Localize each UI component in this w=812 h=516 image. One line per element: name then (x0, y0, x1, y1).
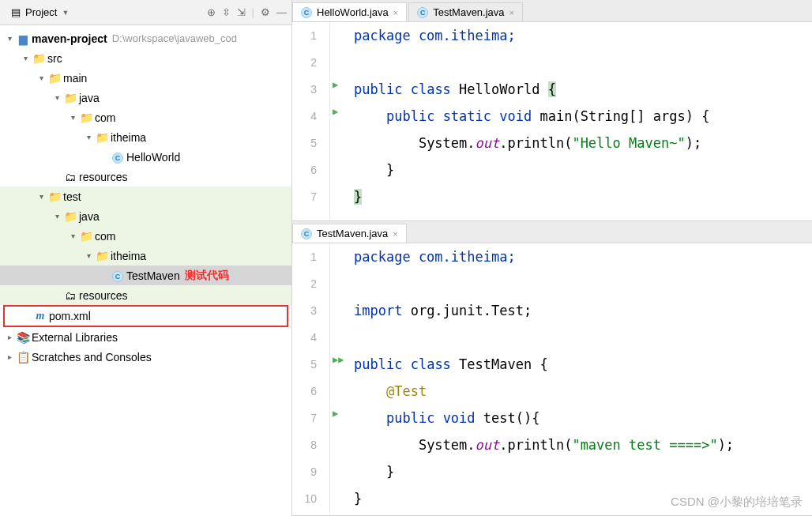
tree-root[interactable]: ▾ ▆ maven-project D:\workspace\javaweb_c… (0, 28, 291, 48)
kw: public (386, 410, 434, 426)
tree-itheima-main[interactable]: ▾ 📁 itheima (0, 127, 291, 147)
kw: static (443, 108, 491, 124)
field: out (476, 437, 500, 453)
close-icon[interactable]: × (393, 8, 398, 17)
class-icon: C (417, 7, 428, 18)
annotation: @Test (386, 383, 427, 399)
tree-com-main[interactable]: ▾ 📁 com (0, 107, 291, 127)
tab-helloworld[interactable]: C HelloWorld.java × (292, 2, 407, 21)
kw: class (411, 81, 451, 97)
library-icon: 📚 (16, 331, 30, 344)
gear-icon[interactable]: ⚙ (261, 6, 270, 18)
tree-scratches[interactable]: ▸ 📋 Scratches and Consoles (0, 347, 291, 367)
tree-pom[interactable]: m pom.xml (5, 307, 287, 326)
txt: .println( (499, 135, 572, 151)
code-line: package com.itheima; (354, 28, 516, 43)
brace: } (386, 464, 394, 480)
editor-area: C HelloWorld.java × C TestMaven.java × 1… (292, 0, 812, 516)
root-path: D:\workspace\javaweb_cod (107, 32, 237, 44)
folder-icon: 📁 (47, 72, 62, 85)
code-body[interactable]: package com.itheima; public class HelloW… (344, 22, 812, 220)
run-icon[interactable]: ▶▶ (333, 354, 344, 365)
kw: public (386, 108, 434, 124)
tab-label: TestMaven.java (317, 228, 388, 239)
txt: org.junit.Test; (411, 303, 532, 318)
string: "maven test ====>" (572, 437, 717, 453)
tree-label: itheima (109, 250, 146, 262)
code-editor-top[interactable]: 1234567 ▶ ▶ package com.itheima; public … (292, 22, 812, 220)
chevron-down-icon[interactable]: ▾ (3, 34, 16, 43)
tree-label: pom.xml (47, 310, 91, 322)
kw: public (354, 356, 402, 372)
kw: class (411, 356, 451, 372)
chevron-right-icon[interactable]: ▸ (3, 352, 16, 361)
ide-window: ▤ Project ▼ ⊕ ⇳ ⇲ | ⚙ — ▾ ▆ maven-projec… (0, 0, 812, 516)
tree-java-main[interactable]: ▾ 📁 java (0, 88, 291, 107)
tree-main[interactable]: ▾ 📁 main (0, 68, 291, 88)
package-icon: 📁 (79, 111, 93, 124)
dropdown-icon: ▼ (62, 9, 69, 17)
tree-external-libs[interactable]: ▸ 📚 External Libraries (0, 327, 291, 347)
run-icon[interactable]: ▶ (333, 106, 338, 117)
kw: import (354, 303, 411, 318)
hide-icon[interactable]: — (276, 6, 287, 18)
tree-label: com (93, 111, 115, 124)
tab-testmaven-bottom[interactable]: C TestMaven.java × (292, 224, 407, 243)
annotation-label: 测试代码 (180, 269, 229, 283)
code-editor-bottom[interactable]: 12345678910 ▶▶ ▶ package com.itheima; im… (292, 243, 812, 515)
folder-icon: 📁 (32, 52, 46, 65)
cls: TestMaven { (459, 356, 548, 372)
chevron-down-icon[interactable]: ▾ (35, 192, 47, 201)
tree-label: itheima (109, 131, 146, 144)
close-icon[interactable]: × (393, 229, 397, 239)
sidebar-header: ▤ Project ▼ ⊕ ⇳ ⇲ | ⚙ — (0, 0, 291, 25)
collapse-icon[interactable]: ⇳ (222, 6, 231, 18)
txt: .println( (499, 437, 572, 453)
gutter-icons: ▶▶ ▶ (330, 243, 344, 515)
watermark: CSDN @小黎的培培笔录 (671, 495, 803, 510)
chevron-down-icon[interactable]: ▾ (51, 93, 63, 102)
source-folder-icon: 📁 (63, 92, 77, 104)
chevron-down-icon[interactable]: ▾ (35, 73, 47, 82)
tree-src[interactable]: ▾ 📁 src (0, 48, 291, 68)
tree-label: com (93, 230, 115, 243)
tree-resources-test[interactable]: 🗂 resources (0, 285, 291, 305)
target-icon[interactable]: ⊕ (207, 6, 216, 18)
tree-helloworld[interactable]: C HelloWorld (0, 147, 291, 167)
tab-bar-bottom: C TestMaven.java × (292, 221, 812, 243)
tree-testmaven[interactable]: C TestMaven 测试代码 (0, 266, 291, 285)
kw: public (354, 81, 402, 97)
tree-com-test[interactable]: ▾ 📁 com (0, 226, 291, 246)
brace: } (354, 491, 362, 507)
chevron-down-icon[interactable]: ▾ (51, 212, 63, 220)
scratches-icon: 📋 (16, 351, 30, 363)
tree-itheima-test[interactable]: ▾ 📁 itheima (0, 246, 291, 266)
run-icon[interactable]: ▶ (333, 408, 338, 419)
code-line: package com.itheima; (354, 249, 516, 265)
chevron-down-icon[interactable]: ▾ (19, 54, 32, 62)
module-icon: ▆ (16, 32, 30, 45)
tree-resources-main[interactable]: 🗂 resources (0, 167, 291, 186)
tree-test[interactable]: ▾ 📁 test (0, 186, 291, 206)
kw: void (499, 108, 532, 124)
tree-label: java (77, 210, 100, 223)
project-tree[interactable]: ▾ ▆ maven-project D:\workspace\javaweb_c… (0, 25, 291, 516)
chevron-down-icon[interactable]: ▾ (66, 232, 79, 240)
package-icon: 📁 (79, 230, 93, 243)
chevron-down-icon[interactable]: ▾ (66, 113, 79, 122)
gutter: 12345678910 (292, 243, 330, 515)
class-icon: C (301, 7, 312, 18)
project-icon: ▤ (11, 6, 21, 18)
chevron-down-icon[interactable]: ▾ (82, 251, 95, 260)
expand-icon[interactable]: ⇲ (237, 6, 246, 18)
tree-java-test[interactable]: ▾ 📁 java (0, 206, 291, 226)
code-body[interactable]: package com.itheima; import org.junit.Te… (344, 243, 812, 515)
chevron-down-icon[interactable]: ▾ (82, 133, 95, 141)
chevron-right-icon[interactable]: ▸ (3, 333, 16, 341)
tab-testmaven-top[interactable]: C TestMaven.java × (408, 2, 523, 21)
run-icon[interactable]: ▶ (333, 79, 338, 90)
tree-label: HelloWorld (125, 151, 180, 164)
project-tool-title[interactable]: ▤ Project ▼ (5, 5, 75, 20)
txt: System. (419, 437, 476, 453)
close-icon[interactable]: × (509, 8, 514, 17)
